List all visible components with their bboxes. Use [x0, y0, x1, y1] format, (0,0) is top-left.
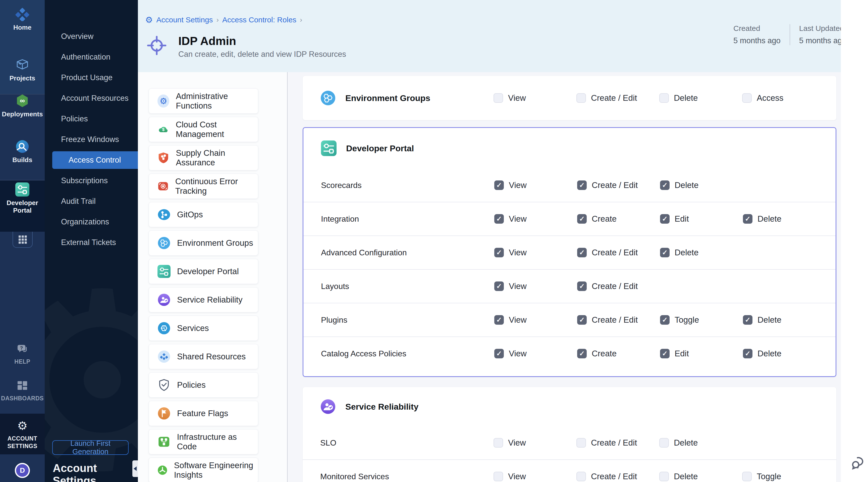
breadcrumb-access-control-roles[interactable]: Access Control: Roles [222, 16, 297, 24]
resource-item-shared-resources[interactable]: Shared Resources [149, 344, 258, 369]
resource-item-environment-groups[interactable]: Environment Groups [149, 231, 258, 255]
sidebar-item-external-tickets[interactable]: External Tickets [45, 234, 138, 251]
rail-item-deployments[interactable]: ∞Deployments [0, 94, 45, 134]
resource-item-supply-chain-assurance[interactable]: Supply Chain Assurance [149, 145, 258, 170]
checkbox-view[interactable] [494, 281, 504, 291]
checkbox-create-edit[interactable] [577, 438, 586, 448]
checkbox-create-edit[interactable] [577, 281, 587, 291]
checkbox-edit[interactable] [660, 349, 670, 358]
sidebar-item-organizations[interactable]: Organizations [45, 213, 138, 231]
sidebar-item-overview[interactable]: Overview [45, 28, 138, 45]
rail-item-help[interactable]: ?HELP [0, 342, 45, 365]
checkbox-view[interactable] [494, 438, 503, 448]
checkbox-view[interactable] [494, 180, 504, 190]
resource-item-policies[interactable]: Policies [149, 372, 258, 397]
permission-view: View [494, 472, 577, 481]
resource-item-label: Environment Groups [177, 238, 253, 248]
user-avatar[interactable]: D [15, 463, 30, 478]
checkbox-view[interactable] [494, 349, 504, 358]
sidebar-item-policies[interactable]: Policies [45, 110, 138, 128]
resource-item-gitops[interactable]: GitOps [149, 202, 258, 227]
resource-item-services[interactable]: Services [149, 315, 258, 341]
checkbox-delete[interactable] [743, 315, 752, 325]
checkbox-label: Create / Edit [591, 472, 637, 481]
sidebar-item-audit-trail[interactable]: Audit Trail [45, 192, 138, 210]
resource-item-label: Supply Chain Assurance [176, 148, 258, 168]
checkbox-create[interactable] [577, 214, 587, 224]
rail-item-label: HELP [13, 358, 32, 365]
rail-item-projects[interactable]: Projects [0, 58, 45, 98]
resource-item-continuous-error-tracking[interactable]: Continuous Error Tracking [149, 174, 258, 199]
checkbox-create-edit[interactable] [577, 93, 586, 103]
deployments-icon: ∞ [15, 94, 29, 108]
checkbox-access[interactable] [742, 93, 752, 103]
checkbox-create-edit[interactable] [577, 248, 587, 257]
sidebar-item-access-control[interactable]: Access Control [52, 151, 138, 169]
checkbox-delete[interactable] [743, 214, 752, 224]
developer-portal-icon [157, 265, 170, 278]
checkbox-view[interactable] [494, 315, 504, 325]
row-label: Scorecards [321, 181, 494, 190]
permission-create-edit: Create / Edit [577, 438, 659, 448]
checkbox-delete[interactable] [660, 248, 670, 257]
resource-item-administrative-functions[interactable]: ⚙Administrative Functions [149, 88, 258, 114]
checkbox-label: Create / Edit [591, 93, 637, 103]
checkbox-create-edit[interactable] [577, 472, 586, 481]
checkbox-delete[interactable] [743, 349, 752, 358]
checkbox-toggle[interactable] [742, 472, 752, 481]
resource-item-developer-portal[interactable]: Developer Portal [149, 259, 258, 284]
resource-item-label: Feature Flags [177, 409, 228, 418]
launch-first-generation-button[interactable]: Launch First Generation [52, 440, 129, 455]
section-title: Service Reliability [345, 402, 418, 412]
checkbox-delete[interactable] [659, 472, 669, 481]
checkbox-delete[interactable] [660, 180, 670, 190]
module-picker-button[interactable] [12, 232, 33, 248]
rail-item-home[interactable]: Home [0, 7, 45, 47]
checkbox-label: Create [592, 349, 617, 358]
checkbox-delete[interactable] [659, 93, 669, 103]
rail-item-dashboards[interactable]: DASHBOARDS [0, 379, 45, 402]
checkbox-view[interactable] [494, 248, 504, 257]
rail-item-builds[interactable]: Builds [0, 140, 45, 180]
meta-divider [789, 24, 790, 45]
sidebar-item-freeze-windows[interactable]: Freeze Windows [45, 131, 138, 148]
rail-item-account-settings[interactable]: ⚙ACCOUNT SETTINGS [0, 419, 45, 450]
checkbox-delete[interactable] [659, 438, 669, 448]
sidebar-item-label: Access Control [60, 156, 121, 164]
checkbox-edit[interactable] [660, 214, 670, 224]
gitops-icon [157, 208, 170, 221]
breadcrumb-separator: › [217, 16, 219, 24]
sidebar-item-subscriptions[interactable]: Subscriptions [45, 172, 138, 189]
resource-item-software-engineering-insights[interactable]: Software Engineering Insights [149, 458, 258, 482]
resource-item-infrastructure-as-code[interactable]: Infrastructure as Code [149, 429, 258, 454]
row-label: Monitored Services [320, 472, 494, 481]
breadcrumb-account-settings[interactable]: Account Settings [156, 16, 213, 24]
checkbox-toggle[interactable] [660, 315, 670, 325]
checkbox-create-edit[interactable] [577, 315, 587, 325]
sidebar-item-label: External Tickets [61, 238, 116, 247]
checkbox-create-edit[interactable] [577, 180, 587, 190]
checkbox-view[interactable] [494, 93, 503, 103]
sidebar-item-authentication[interactable]: Authentication [45, 48, 138, 66]
resource-item-label: Shared Resources [177, 352, 246, 361]
sidebar-collapse-button[interactable] [132, 460, 138, 477]
resource-item-label: Infrastructure as Code [177, 432, 258, 451]
environment-groups-icon [157, 237, 170, 249]
permission-delete: Delete [659, 472, 742, 481]
rail-item-developer-portal[interactable]: Developer Portal [0, 182, 45, 230]
checkbox-label: Delete [757, 315, 781, 325]
resource-item-feature-flags[interactable]: Feature Flags [149, 401, 258, 426]
created-value: 5 months ago [733, 36, 781, 45]
sidebar-item-product-usage[interactable]: Product Usage [45, 69, 138, 86]
checkbox-view[interactable] [494, 472, 503, 481]
permission-create-edit: Create / Edit [577, 180, 660, 190]
resource-item-label: GitOps [177, 210, 203, 219]
checkbox-create[interactable] [577, 349, 587, 358]
resource-item-service-reliability[interactable]: Service Reliability [149, 287, 258, 312]
sidebar-item-account-resources[interactable]: Account Resources [45, 89, 138, 107]
permission-delete: Delete [660, 248, 743, 257]
chat-support-icon[interactable] [850, 454, 867, 471]
permission-card-environment-groups: Environment GroupsViewCreate / EditDelet… [303, 76, 836, 120]
resource-item-cloud-cost-management[interactable]: $Cloud Cost Management [149, 117, 258, 142]
checkbox-view[interactable] [494, 214, 504, 224]
